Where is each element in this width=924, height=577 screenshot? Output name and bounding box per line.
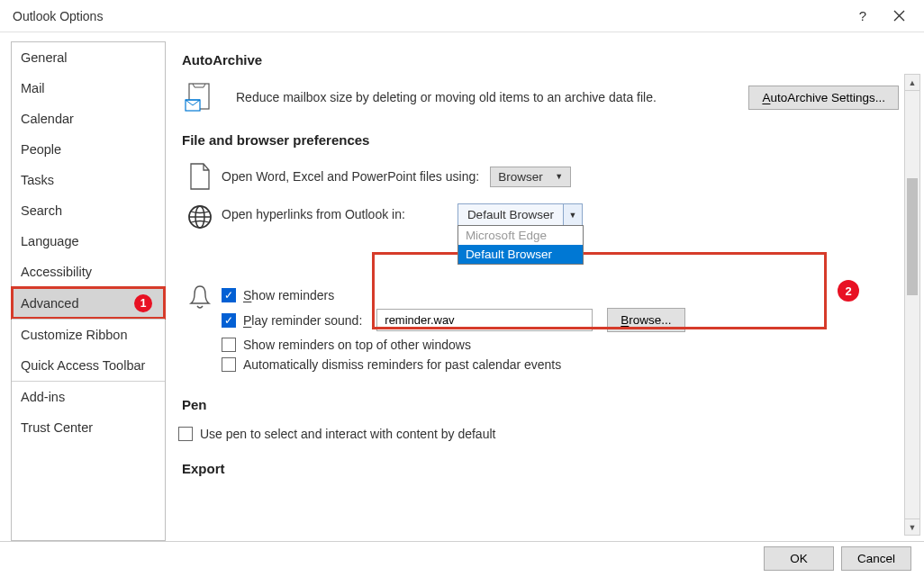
title-bar: Outlook Options ? [0,0,924,32]
sidebar-item-trust-center[interactable]: Trust Center [12,412,165,443]
annotation-badge-1: 1 [134,294,152,312]
chevron-down-icon: ▼ [555,172,563,181]
sidebar-item-people[interactable]: People [12,134,165,165]
sidebar: General Mail Calendar People Tasks Searc… [11,41,166,541]
dropdown-option-default[interactable]: Default Browser [458,245,583,264]
sidebar-item-general[interactable]: General [12,42,165,73]
dialog-footer: OK Cancel [0,541,924,575]
vertical-scrollbar[interactable]: ▲ ▼ [904,74,920,536]
reminder-sound-input[interactable] [376,309,593,331]
section-export-title: Export [182,461,899,476]
chevron-down-icon: ▼ [568,211,576,220]
help-button[interactable]: ? [845,3,881,30]
auto-dismiss-checkbox[interactable] [222,357,236,372]
dropdown-option-edge[interactable]: Microsoft Edge [458,226,583,245]
sidebar-item-accessibility[interactable]: Accessibility [12,257,165,287]
sidebar-item-tasks[interactable]: Tasks [12,165,165,195]
close-icon [893,10,905,22]
reminders-on-top-checkbox[interactable] [222,338,236,352]
auto-dismiss-label: Automatically dismiss reminders for past… [243,357,561,372]
open-files-dropdown[interactable]: Browser ▼ [490,167,571,187]
play-sound-checkbox[interactable] [222,313,236,328]
scroll-thumb[interactable] [907,178,918,295]
scroll-down-arrow[interactable]: ▼ [905,518,919,535]
section-filebrowser-title: File and browser preferences [182,132,899,148]
sidebar-item-customize-ribbon[interactable]: Customize Ribbon [12,319,165,350]
archive-icon [178,82,222,113]
sidebar-item-calendar[interactable]: Calendar [12,104,165,134]
browse-button[interactable]: Browse... [607,308,684,332]
close-button[interactable] [881,3,917,30]
hyperlink-dropdown[interactable]: Default Browser ▼ [457,203,583,227]
show-reminders-label: Show reminders [243,288,334,302]
show-reminders-checkbox[interactable] [222,288,236,302]
autoarchive-description: Reduce mailbox size by deleting or movin… [236,90,734,104]
sidebar-item-quick-access[interactable]: Quick Access Toolbar [12,350,165,381]
annotation-badge-2: 2 [838,280,859,302]
sidebar-item-search[interactable]: Search [12,195,165,226]
section-autoarchive-title: AutoArchive [182,52,899,68]
use-pen-checkbox[interactable] [178,427,193,441]
file-icon [178,162,222,191]
cancel-button[interactable]: Cancel [841,546,911,571]
sidebar-item-mail[interactable]: Mail [12,73,165,104]
autoarchive-settings-button[interactable]: AutoArchive Settings... [748,86,899,110]
bell-icon [178,283,222,311]
open-files-label: Open Word, Excel and PowerPoint files us… [222,169,479,184]
sidebar-item-language[interactable]: Language [12,226,165,257]
window-title: Outlook Options [13,9,845,23]
play-sound-label: Play reminder sound: [243,313,362,328]
section-pen-title: Pen [182,397,899,412]
hyperlink-dropdown-list: Microsoft Edge Default Browser [457,225,584,265]
sidebar-item-add-ins[interactable]: Add-ins [12,381,165,412]
globe-icon [178,203,222,230]
hyperlink-label: Open hyperlinks from Outlook in: [222,203,405,221]
use-pen-label: Use pen to select and interact with cont… [200,427,495,441]
ok-button[interactable]: OK [764,546,834,571]
reminders-on-top-label: Show reminders on top of other windows [243,338,471,352]
sidebar-item-advanced[interactable]: Advanced 1 [12,287,165,319]
content-pane: AutoArchive Reduce mailbox size by delet… [178,32,899,476]
dropdown-arrow[interactable]: ▼ [563,203,583,227]
scroll-up-arrow[interactable]: ▲ [905,75,919,91]
